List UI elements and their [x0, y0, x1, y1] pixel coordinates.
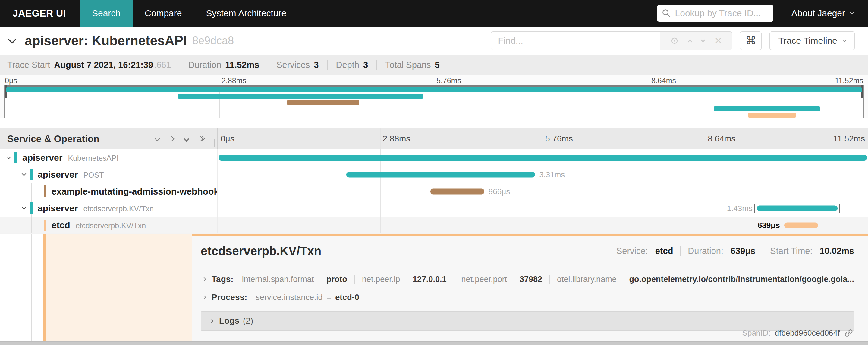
span-color-bar	[43, 234, 46, 341]
tick-label: 2.88ms	[221, 76, 246, 85]
span-rows: apiserver KubernetesAPI apiserver POST	[0, 149, 868, 234]
span-color-bar	[14, 152, 17, 164]
caret-down-icon	[843, 38, 846, 42]
tick-label: 8.64ms	[651, 76, 676, 85]
span-detail-panel: etcdserverpb.KV/Txn Service: etcd Durati…	[192, 234, 868, 341]
divider	[763, 247, 763, 256]
tick-label: 8.64ms	[708, 134, 736, 144]
expand-all-icon[interactable]	[199, 137, 204, 141]
minimap-range-bar[interactable]	[4, 85, 864, 87]
tick-label: 0μs	[221, 134, 235, 144]
focus-match-icon[interactable]	[670, 36, 679, 45]
span-service-name: apiserver	[38, 203, 78, 213]
span-operation-name: POST	[83, 171, 104, 179]
gridline	[380, 128, 381, 149]
span-color-bar	[30, 202, 33, 214]
divider	[680, 247, 681, 256]
span-color-bar	[44, 220, 46, 231]
divider	[454, 275, 454, 284]
tags-row[interactable]: Tags: internal.span.format = proto net.p…	[201, 275, 854, 284]
gridline	[706, 128, 706, 149]
app-brand[interactable]: JAEGER UI	[0, 8, 80, 19]
tick-label: 11.52ms	[835, 76, 863, 85]
span-duration-label: 639μs	[758, 221, 780, 230]
find-input[interactable]	[491, 32, 660, 50]
minimap-tick-labels: 0μs 2.88ms 5.76ms 8.64ms 11.52ms	[4, 75, 864, 85]
span-service-name: apiserver	[22, 152, 62, 163]
span-row-apiserver-post[interactable]: apiserver POST 3.31ms	[0, 166, 868, 183]
timeline-header-ruler: 0μs 2.88ms 5.76ms 8.64ms 11.52ms	[218, 128, 868, 149]
span-row-webhook[interactable]: example-mutating-admission-webhook... 96…	[0, 183, 868, 200]
span-operation-name: KubernetesAPI	[68, 154, 119, 163]
trace-id: 8e9dca8	[192, 34, 234, 47]
gridline	[706, 183, 706, 200]
span-bar[interactable]	[218, 155, 867, 161]
span-operation-name: etcdserverpb.KV/Txn	[83, 204, 153, 213]
span-row-apiserver-kubernetesapi[interactable]: apiserver KubernetesAPI	[0, 149, 868, 166]
trace-title: apiserver: KubernetesAPI	[25, 33, 187, 48]
start-time-value: 10.02ms	[820, 246, 855, 256]
span-bar[interactable]	[757, 205, 838, 211]
find-box: ✕	[491, 31, 732, 50]
about-jaeger-menu[interactable]: About Jaeger	[792, 8, 854, 19]
span-service-name: example-mutating-admission-webhook...	[52, 186, 217, 197]
span-id-value: dfbebd960ced064f	[775, 328, 840, 338]
gridline	[706, 217, 706, 233]
span-row-etcd-txn-selected[interactable]: etcd etcdserverpb.KV/Txn 639μs	[0, 217, 868, 234]
nav-tabs: Search Compare System Architecture	[80, 0, 299, 27]
gridline	[543, 128, 543, 149]
gridline	[543, 200, 543, 217]
divider	[201, 266, 854, 266]
minimap-canvas[interactable]	[4, 85, 864, 118]
command-icon: ⌘	[745, 34, 756, 47]
expand-chevron-icon	[202, 295, 206, 299]
minimap-span-bar	[6, 87, 862, 92]
summary-duration: Duration 11.52ms	[188, 60, 259, 70]
span-bar[interactable]	[430, 189, 484, 194]
prev-match-icon[interactable]	[688, 39, 692, 44]
link-icon[interactable]	[844, 328, 854, 338]
chevron-down-icon	[850, 10, 854, 15]
gridline	[543, 183, 543, 200]
gridline	[380, 183, 381, 200]
span-bar[interactable]	[346, 172, 535, 177]
expand-chevron-icon	[210, 319, 214, 323]
tag-item: internal.span.format = proto	[242, 275, 347, 284]
process-row[interactable]: Process: service.instance.id = etcd-0	[201, 292, 854, 302]
view-selector-button[interactable]: Trace Timeline	[770, 31, 855, 50]
duration-label: Duration:	[688, 246, 723, 256]
span-duration-label: 966μs	[489, 187, 510, 196]
logs-title: Logs	[219, 316, 239, 326]
nav-tab-system-architecture[interactable]: System Architecture	[194, 0, 299, 27]
tags-title: Tags:	[212, 275, 234, 284]
nav-tab-compare[interactable]: Compare	[133, 0, 194, 27]
next-match-icon[interactable]	[701, 37, 706, 42]
collapse-all-icon[interactable]	[184, 137, 188, 141]
nav-tab-search[interactable]: Search	[80, 0, 133, 27]
minimap-span-bar	[714, 107, 820, 111]
tag-item: net.peer.port = 37982	[461, 275, 542, 284]
search-icon	[662, 9, 671, 18]
divider	[376, 60, 377, 70]
column-resizer-handle[interactable]	[212, 139, 215, 147]
span-bar[interactable]	[784, 223, 818, 228]
trace-summary-bar: Trace Start August 7 2021, 16:21:39.661 …	[0, 55, 868, 75]
span-boundary-tick	[839, 204, 840, 213]
trace-lookup-box[interactable]	[657, 4, 773, 22]
span-detail-title: etcdserverpb.KV/Txn	[201, 244, 321, 258]
divider	[268, 60, 268, 70]
service-label: Service:	[616, 246, 648, 256]
clear-find-icon[interactable]: ✕	[715, 36, 722, 45]
collapse-trace-chevron-icon[interactable]	[8, 35, 16, 44]
expand-one-icon[interactable]	[169, 136, 175, 141]
span-id-footer: SpanID: dfbebd960ced064f	[742, 328, 854, 338]
logs-row[interactable]: Logs (2)	[201, 311, 854, 330]
span-boundary-tick	[754, 204, 755, 213]
trace-lookup-input[interactable]	[675, 8, 769, 19]
tree-guide	[16, 166, 16, 183]
horizontal-scrollbar[interactable]	[0, 341, 868, 345]
span-row-apiserver-etcd-txn[interactable]: apiserver etcdserverpb.KV/Txn 1.43ms	[0, 200, 868, 217]
tag-item: otel.library.name = go.opentelemetry.io/…	[557, 275, 854, 284]
keyboard-shortcuts-button[interactable]: ⌘	[740, 31, 762, 50]
collapse-one-icon[interactable]	[155, 136, 160, 141]
